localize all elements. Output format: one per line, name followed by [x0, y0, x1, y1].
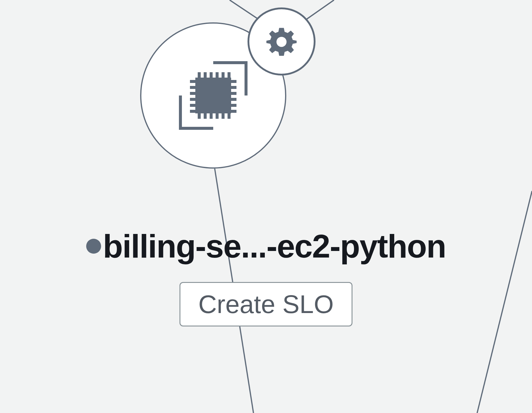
svg-rect-10	[228, 72, 231, 78]
svg-rect-11	[198, 113, 201, 119]
svg-line-0	[230, 0, 261, 21]
settings-badge[interactable]	[248, 7, 316, 75]
svg-rect-26	[231, 98, 236, 101]
svg-rect-8	[216, 72, 219, 78]
status-dot-icon	[86, 239, 101, 254]
gear-icon	[262, 22, 301, 61]
svg-rect-17	[190, 80, 195, 83]
svg-rect-18	[190, 86, 195, 89]
svg-rect-12	[204, 113, 207, 119]
svg-rect-22	[190, 110, 195, 113]
svg-rect-19	[190, 92, 195, 95]
svg-rect-28	[231, 110, 236, 113]
svg-rect-14	[216, 113, 219, 119]
svg-rect-16	[228, 113, 231, 119]
chip-icon	[163, 45, 264, 146]
svg-rect-13	[210, 113, 213, 119]
svg-line-3	[477, 191, 532, 413]
svg-rect-15	[222, 113, 225, 119]
svg-rect-24	[231, 86, 236, 89]
service-node-label: billing-se...-ec2-python	[103, 230, 446, 263]
svg-rect-5	[198, 72, 201, 78]
svg-rect-25	[231, 92, 236, 95]
svg-rect-20	[190, 98, 195, 101]
svg-rect-21	[190, 104, 195, 107]
svg-rect-9	[222, 72, 225, 78]
create-slo-button[interactable]: Create SLO	[180, 282, 352, 326]
svg-point-29	[276, 37, 287, 47]
svg-line-1	[304, 0, 334, 21]
svg-rect-23	[231, 80, 236, 83]
svg-rect-27	[231, 104, 236, 107]
service-node-label-row: billing-se...-ec2-python	[0, 230, 532, 263]
svg-rect-7	[210, 72, 213, 78]
svg-rect-4	[195, 78, 231, 113]
svg-rect-6	[204, 72, 207, 78]
